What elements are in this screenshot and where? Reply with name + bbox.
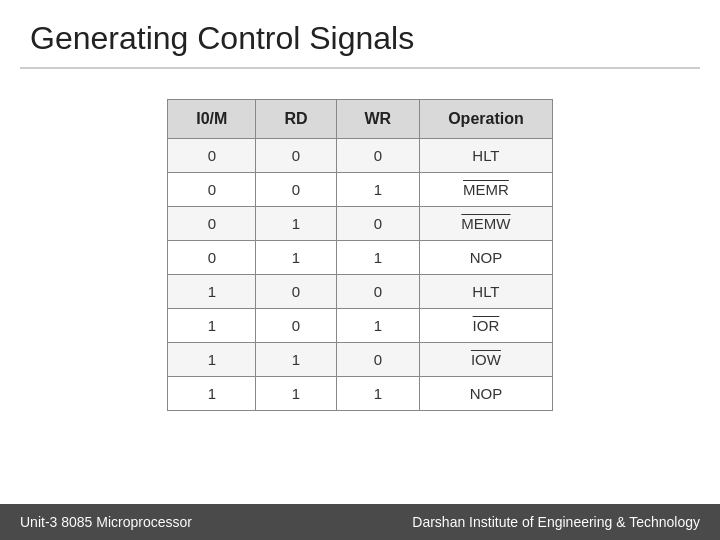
cell-io-m: 0 bbox=[168, 241, 256, 275]
cell-wr: 1 bbox=[336, 309, 420, 343]
table-row: 010MEMW bbox=[168, 207, 552, 241]
cell-rd: 0 bbox=[256, 173, 336, 207]
cell-rd: 0 bbox=[256, 139, 336, 173]
cell-io-m: 1 bbox=[168, 275, 256, 309]
cell-io-m: 0 bbox=[168, 207, 256, 241]
table-row: 101IOR bbox=[168, 309, 552, 343]
cell-wr: 0 bbox=[336, 343, 420, 377]
cell-wr: 0 bbox=[336, 275, 420, 309]
table-row: 000HLT bbox=[168, 139, 552, 173]
control-signals-table: I0/M RD WR Operation 000HLT001MEMR010MEM… bbox=[167, 99, 552, 411]
cell-operation: MEMW bbox=[420, 207, 553, 241]
cell-io-m: 1 bbox=[168, 377, 256, 411]
cell-operation: NOP bbox=[420, 377, 553, 411]
cell-io-m: 1 bbox=[168, 343, 256, 377]
cell-rd: 1 bbox=[256, 241, 336, 275]
col-header-wr: WR bbox=[336, 100, 420, 139]
col-header-operation: Operation bbox=[420, 100, 553, 139]
cell-operation: NOP bbox=[420, 241, 553, 275]
table-row: 100HLT bbox=[168, 275, 552, 309]
cell-operation: HLT bbox=[420, 139, 553, 173]
cell-rd: 1 bbox=[256, 207, 336, 241]
cell-wr: 1 bbox=[336, 173, 420, 207]
table-row: 111NOP bbox=[168, 377, 552, 411]
cell-io-m: 1 bbox=[168, 309, 256, 343]
cell-operation: IOW bbox=[420, 343, 553, 377]
cell-rd: 1 bbox=[256, 343, 336, 377]
cell-operation: MEMR bbox=[420, 173, 553, 207]
page-title: Generating Control Signals bbox=[0, 0, 720, 67]
cell-io-m: 0 bbox=[168, 139, 256, 173]
cell-operation: IOR bbox=[420, 309, 553, 343]
footer: Unit-3 8085 Microprocessor Darshan Insti… bbox=[0, 504, 720, 540]
cell-operation: HLT bbox=[420, 275, 553, 309]
cell-wr: 1 bbox=[336, 241, 420, 275]
table-row: 110IOW bbox=[168, 343, 552, 377]
table-row: 011NOP bbox=[168, 241, 552, 275]
cell-rd: 1 bbox=[256, 377, 336, 411]
cell-wr: 0 bbox=[336, 207, 420, 241]
cell-wr: 0 bbox=[336, 139, 420, 173]
table-row: 001MEMR bbox=[168, 173, 552, 207]
table-header-row: I0/M RD WR Operation bbox=[168, 100, 552, 139]
cell-rd: 0 bbox=[256, 309, 336, 343]
cell-io-m: 0 bbox=[168, 173, 256, 207]
footer-right: Darshan Institute of Engineering & Techn… bbox=[412, 514, 700, 530]
col-header-rd: RD bbox=[256, 100, 336, 139]
col-header-io-m: I0/M bbox=[168, 100, 256, 139]
cell-wr: 1 bbox=[336, 377, 420, 411]
table-container: I0/M RD WR Operation 000HLT001MEMR010MEM… bbox=[0, 69, 720, 441]
footer-left: Unit-3 8085 Microprocessor bbox=[20, 514, 192, 530]
cell-rd: 0 bbox=[256, 275, 336, 309]
